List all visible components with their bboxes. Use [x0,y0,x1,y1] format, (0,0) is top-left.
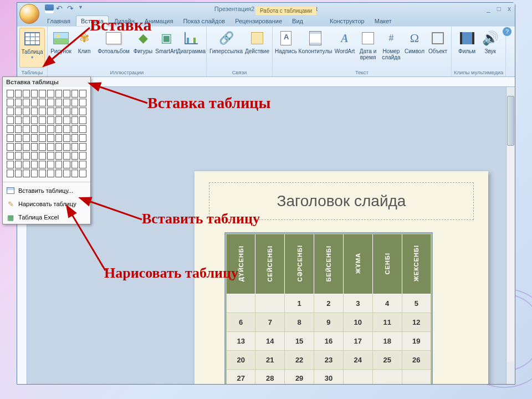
scroll-thumb[interactable] [507,96,514,146]
date-cell[interactable]: 17 [343,331,372,350]
textbox-button[interactable]: Надпись [275,28,297,68]
date-cell[interactable]: 16 [314,331,344,350]
grid-cell[interactable] [55,116,63,124]
grid-cell[interactable] [31,170,38,177]
grid-cell[interactable] [39,170,46,177]
grid-cell[interactable] [79,170,86,177]
grid-cell[interactable] [63,125,70,133]
grid-cell[interactable] [79,108,86,115]
grid-cell[interactable] [71,99,79,106]
grid-cell[interactable] [47,161,54,168]
object-button[interactable]: Объект [427,28,449,68]
grid-cell[interactable] [39,125,46,133]
tab-review[interactable]: Рецензирование [231,16,287,26]
wordart-button[interactable]: AWordArt [334,28,356,68]
grid-cell[interactable] [71,134,79,142]
date-cell[interactable]: 29 [285,369,314,384]
grid-cell[interactable] [23,170,30,177]
date-cell[interactable]: 22 [285,350,314,369]
excel-table-menuitem[interactable]: ▦ Таблица Excel [3,211,90,224]
grid-cell[interactable] [31,125,38,133]
grid-cell[interactable] [55,125,63,133]
grid-cell[interactable] [55,170,63,177]
date-cell[interactable]: 4 [372,294,402,313]
grid-cell[interactable] [55,99,63,106]
datetime-button[interactable]: Дата и время [357,28,379,68]
tab-constructor[interactable]: Конструктор [325,16,369,26]
grid-cell[interactable] [31,161,38,168]
hyperlink-button[interactable]: 🔗Гиперссылка [209,28,243,68]
grid-cell[interactable] [23,125,30,133]
grid-cell[interactable] [39,90,46,98]
grid-cell[interactable] [63,143,70,151]
date-cell[interactable]: 20 [226,350,255,369]
grid-cell[interactable] [63,90,70,98]
grid-cell[interactable] [63,152,70,160]
date-cell[interactable] [372,369,402,384]
grid-cell[interactable] [55,134,63,142]
grid-cell[interactable] [71,161,79,168]
grid-cell[interactable] [63,108,70,115]
grid-cell[interactable] [71,90,79,98]
grid-cell[interactable] [31,99,38,106]
grid-cell[interactable] [79,161,86,168]
grid-cell[interactable] [47,116,54,124]
grid-cell[interactable] [15,170,22,177]
grid-cell[interactable] [47,170,54,177]
grid-cell[interactable] [23,90,30,98]
scrollbar-vertical[interactable] [506,87,515,384]
grid-cell[interactable] [55,108,63,115]
date-cell[interactable]: 27 [226,369,255,384]
grid-cell[interactable] [71,125,79,133]
grid-cell[interactable] [55,90,63,98]
date-cell[interactable] [255,294,285,313]
grid-cell[interactable] [71,143,79,151]
date-cell[interactable]: 26 [402,350,431,369]
date-cell[interactable]: 14 [255,331,285,350]
table-button[interactable]: Таблица ▾ [19,28,45,68]
grid-cell[interactable] [47,134,54,142]
date-cell[interactable]: 24 [343,350,372,369]
grid-cell[interactable] [23,161,30,168]
grid-cell[interactable] [39,161,46,168]
grid-cell[interactable] [39,116,46,124]
grid-cell[interactable] [47,99,54,106]
date-cell[interactable]: 19 [402,331,431,350]
grid-cell[interactable] [7,90,14,98]
grid-cell[interactable] [47,90,54,98]
date-cell[interactable]: 2 [314,294,344,313]
date-cell[interactable] [343,369,372,384]
tab-home[interactable]: Главная [43,16,75,26]
grid-cell[interactable] [55,152,63,160]
grid-cell[interactable] [15,152,22,160]
date-cell[interactable]: 18 [372,331,402,350]
date-cell[interactable]: 13 [226,331,255,350]
date-cell[interactable]: 10 [343,313,372,331]
date-cell[interactable]: 8 [285,313,314,331]
grid-cell[interactable] [47,152,54,160]
grid-cell[interactable] [63,134,70,142]
date-cell[interactable]: 11 [372,313,402,331]
grid-cell[interactable] [63,170,70,177]
grid-cell[interactable] [39,108,46,115]
date-cell[interactable] [402,369,431,384]
grid-cell[interactable] [23,116,30,124]
grid-cell[interactable] [47,108,54,115]
picture-button[interactable]: Рисунок [50,28,72,68]
grid-cell[interactable] [7,99,14,106]
grid-cell[interactable] [79,134,86,142]
grid-cell[interactable] [71,108,79,115]
table-grid-picker[interactable] [3,87,90,180]
grid-cell[interactable] [7,108,14,115]
grid-cell[interactable] [79,143,86,151]
grid-cell[interactable] [15,161,22,168]
grid-cell[interactable] [39,143,46,151]
grid-cell[interactable] [71,152,79,160]
insert-table-menuitem[interactable]: Вставить таблицу... [3,184,90,197]
close-button[interactable]: x [506,5,513,13]
grid-cell[interactable] [31,116,38,124]
smartart-button[interactable]: ▣SmartArt [155,28,177,68]
date-cell[interactable]: 30 [314,369,344,384]
restore-button[interactable]: □ [495,5,503,13]
date-cell[interactable]: 23 [314,350,344,369]
